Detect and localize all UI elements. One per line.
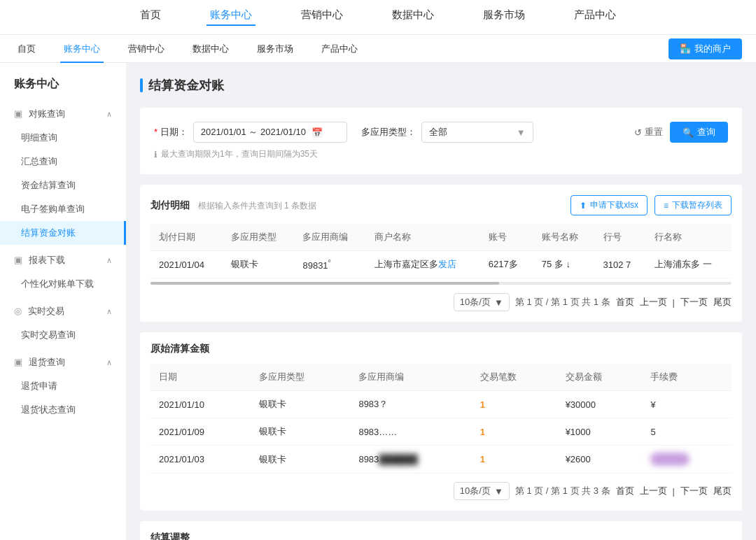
app-type-select[interactable]: 全部 ▼ [421, 122, 533, 143]
sidebar-item-settlement-reconciliation[interactable]: 结算资金对账 [0, 221, 126, 245]
col-clear-app-code: 多应用商编 [350, 364, 471, 391]
col-account: 账号 [480, 224, 533, 251]
list-icon: ≡ [664, 201, 668, 211]
sub-nav-home[interactable]: 自页 [14, 35, 39, 63]
sidebar-item-refund-status[interactable]: 退货状态查询 [0, 398, 126, 422]
cell-clear-type-3: 银联卡 [251, 446, 351, 474]
cell-clear-amount-2: ¥1000 [557, 418, 643, 446]
reset-button[interactable]: ↺ 重置 [634, 126, 663, 138]
clearing-amount-table: 日期 多应用类型 多应用商编 交易笔数 交易金额 手续费 2021/01/10 … [150, 364, 732, 474]
sidebar-group-realtime-label: 实时交易 [28, 306, 64, 316]
sidebar-group-reconciliation-header[interactable]: ▣ 对账查询 ∧ [0, 102, 126, 126]
page-size-arrow: ▼ [494, 297, 503, 308]
next-page-link[interactable]: 下一页 [680, 296, 708, 308]
payment-detail-title: 划付明细 [150, 199, 190, 211]
clearing-prev-page[interactable]: 上一页 [640, 485, 667, 497]
clearing-page-size-select[interactable]: 10条/页 ▼ [454, 482, 510, 500]
cell-clear-count-2: 1 [472, 418, 557, 446]
clearing-amount-section: 原始清算金额 日期 多应用类型 多应用商编 交易笔数 交易金额 手续费 2021… [140, 332, 742, 511]
cell-clear-date-1: 2021/01/10 [150, 391, 251, 418]
cell-app-code: 89831° [294, 251, 366, 278]
nav-marketing[interactable]: 营销中心 [298, 8, 346, 26]
realtime-chevron-icon: ∧ [106, 307, 112, 316]
col-date: 划付日期 [150, 224, 223, 251]
nav-home[interactable]: 首页 [136, 8, 164, 26]
nav-data[interactable]: 数据中心 [388, 8, 438, 26]
first-page-link[interactable]: 首页 [616, 296, 634, 308]
search-panel: * 日期： 2021/01/01 ～ 2021/01/10 📅 多应用类型： 全… [140, 108, 742, 174]
page-separator: | [673, 297, 675, 308]
page-size-select[interactable]: 10条/页 ▼ [454, 293, 510, 311]
col-clear-fee: 手续费 [642, 364, 732, 391]
date-label: * 日期： [154, 126, 188, 138]
horizontal-scrollbar[interactable] [150, 282, 732, 285]
nav-product[interactable]: 产品中心 [570, 8, 620, 26]
clearing-pagination: 10条/页 ▼ 第 1 页 / 第 1 页 共 3 条 首页 上一页 | 下一页… [150, 482, 732, 500]
sidebar-group-report: ▣ 报表下载 ∧ 个性化对账单下载 [0, 248, 126, 296]
sidebar-item-refund-apply[interactable]: 退货申请 [0, 374, 126, 398]
col-clear-count: 交易笔数 [472, 364, 557, 391]
clearing-first-page[interactable]: 首页 [616, 485, 634, 497]
sub-nav-service[interactable]: 服务市场 [253, 35, 297, 63]
cell-date: 2021/01/04 [150, 251, 223, 278]
table-row: 2021/01/03 银联卡 8983██████ 1 ¥2600 ●●● [150, 446, 732, 474]
cell-clear-type-2: 银联卡 [251, 418, 351, 446]
clearing-last-page[interactable]: 尾页 [713, 485, 732, 497]
col-app-code: 多应用商编 [294, 224, 366, 251]
sub-nav-data[interactable]: 数据中心 [189, 35, 232, 63]
sub-nav-marketing[interactable]: 营销中心 [125, 35, 168, 63]
search-row: * 日期： 2021/01/01 ～ 2021/01/10 📅 多应用类型： 全… [154, 122, 728, 143]
date-value: 2021/01/01 ～ 2021/01/10 [201, 126, 306, 138]
clearing-next-page[interactable]: 下一页 [680, 485, 708, 497]
cell-clear-fee-3: ●●● [642, 446, 732, 474]
cell-clear-amount-1: ¥30000 [557, 391, 643, 418]
col-clear-amount: 交易金额 [557, 364, 643, 391]
last-page-link[interactable]: 尾页 [713, 296, 732, 308]
title-bar-decoration [140, 78, 143, 92]
col-clear-app-type: 多应用类型 [251, 364, 351, 391]
download-xlsx-button[interactable]: ⬆ 申请下载xlsx [570, 195, 648, 215]
sidebar-item-fund-settlement[interactable]: 资金结算查询 [0, 173, 126, 197]
nav-finance[interactable]: 账务中心 [206, 8, 255, 26]
search-actions: ↺ 重置 🔍 查询 [634, 122, 728, 143]
chevron-up-icon: ∧ [106, 110, 112, 119]
sidebar-item-detail-query[interactable]: 明细查询 [0, 126, 126, 150]
report-folder-icon: ▣ [14, 255, 22, 265]
payment-detail-actions: ⬆ 申请下载xlsx ≡ 下载暂存列表 [570, 195, 732, 215]
clearing-amount-title: 原始清算金额 [150, 343, 732, 355]
main-content: 结算资金对账 * 日期： 2021/01/01 ～ 2021/01/10 📅 多… [126, 63, 756, 540]
cell-clear-count-3: 1 [472, 446, 557, 474]
cell-clear-date-2: 2021/01/09 [150, 418, 251, 446]
payment-detail-title-group: 划付明细 根据输入条件共查询到 1 条数据 [150, 199, 316, 212]
sub-nav-finance[interactable]: 账务中心 [60, 35, 104, 63]
sidebar-item-custom-download[interactable]: 个性化对账单下载 [0, 272, 126, 296]
prev-page-link[interactable]: 上一页 [640, 296, 667, 308]
cell-clear-count-1: 1 [472, 391, 557, 418]
sidebar-group-refund-header[interactable]: ▣ 退货查询 ∧ [0, 350, 126, 374]
sidebar-item-realtime-query[interactable]: 实时交易查询 [0, 323, 126, 347]
sidebar-item-esign-query[interactable]: 电子签购单查询 [0, 197, 126, 221]
sub-nav-product[interactable]: 产品中心 [318, 35, 361, 63]
my-merchant-button[interactable]: 🏪 我的商户 [668, 38, 742, 59]
col-clear-date: 日期 [150, 364, 251, 391]
search-button[interactable]: 🔍 查询 [670, 122, 728, 143]
app-type-value: 全部 [429, 126, 447, 138]
my-merchant-label: 我的商户 [694, 43, 731, 55]
sidebar-group-realtime-header[interactable]: ◎ 实时交易 ∧ [0, 299, 126, 323]
page-size-value: 10条/页 [460, 296, 491, 308]
clearing-page-arrow: ▼ [494, 486, 503, 497]
nav-service[interactable]: 服务市场 [479, 8, 528, 26]
sidebar-item-summary-query[interactable]: 汇总查询 [0, 150, 126, 173]
sidebar: 账务中心 ▣ 对账查询 ∧ 明细查询 汇总查询 资金结算查询 电子签购单查询 结… [0, 63, 126, 540]
sidebar-group-report-header[interactable]: ▣ 报表下载 ∧ [0, 248, 126, 272]
sidebar-group-refund-label: 退货查询 [29, 357, 65, 367]
col-bank-name: 行名称 [646, 224, 732, 251]
cell-account: 6217多 [480, 251, 533, 278]
download-list-button[interactable]: ≡ 下载暂存列表 [654, 195, 732, 215]
clearing-pagination-info: 第 1 页 / 第 1 页 共 3 条 [515, 485, 610, 497]
sidebar-group-refund: ▣ 退货查询 ∧ 退货申请 退货状态查询 [0, 350, 126, 422]
refund-chevron-icon: ∧ [106, 358, 112, 367]
date-input[interactable]: 2021/01/01 ～ 2021/01/10 📅 [193, 122, 347, 143]
payment-detail-table: 划付日期 多应用类型 多应用商编 商户名称 账号 账号名称 行号 行名称 202… [150, 224, 732, 278]
refund-icon: ▣ [14, 357, 22, 367]
